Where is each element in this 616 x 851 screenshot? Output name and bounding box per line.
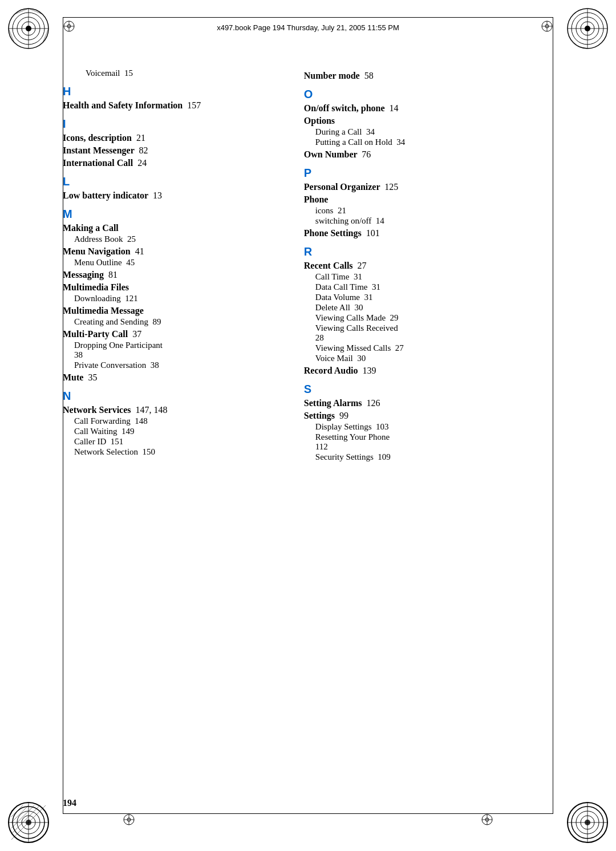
entry-health: Health and Safety Information 157: [63, 100, 287, 111]
entry-phone: Phone: [304, 194, 553, 205]
page-number: 194: [63, 798, 76, 808]
entry-instant-messenger: Instant Messenger 82: [63, 145, 287, 156]
index-column-left: Voicemail 15 H Health and Safety Informa…: [63, 68, 298, 783]
entry-switching-onoff: switching on/off 14: [315, 216, 553, 226]
entry-network-services: Network Services 147, 148: [63, 405, 287, 415]
entry-menu-nav: Menu Navigation 41: [63, 246, 287, 257]
header-bar: x497.book Page 194 Thursday, July 21, 20…: [63, 17, 553, 35]
entry-viewing-missed-calls: Viewing Missed Calls 27: [315, 343, 553, 353]
entry-creating-sending: Creating and Sending 89: [74, 317, 287, 327]
section-letter-p: P: [304, 167, 553, 180]
entry-health-page: 157: [187, 100, 201, 110]
entry-address-book: Address Book 25: [74, 234, 287, 244]
corner-decoration-bl: [6, 800, 51, 845]
entry-own-number: Own Number 76: [304, 149, 553, 160]
main-content: Voicemail 15 H Health and Safety Informa…: [63, 68, 553, 783]
entry-number-mode: Number mode 58: [304, 71, 553, 81]
entry-onoff-switch: On/off switch, phone 14: [304, 103, 553, 114]
entry-mute: Mute 35: [63, 372, 287, 383]
svg-line-10: [9, 29, 14, 43]
svg-line-29: [11, 805, 40, 834]
corner-decoration-tr: [565, 6, 610, 51]
header-text: x497.book Page 194 Thursday, July 21, 20…: [84, 23, 532, 32]
entry-viewing-calls-received: Viewing Calls Received28: [315, 323, 553, 343]
entry-private-conversation: Private Conversation 38: [74, 360, 287, 370]
corner-decoration-tl: [6, 6, 51, 51]
entry-data-volume: Data Volume 31: [315, 293, 553, 302]
entry-voice-mail: Voice Mail 30: [315, 354, 553, 363]
crosshair-right: [541, 20, 553, 35]
svg-line-27: [11, 805, 29, 822]
section-letter-o: O: [304, 88, 553, 101]
entry-setting-alarms: Setting Alarms 126: [304, 398, 553, 408]
section-letter-m: M: [63, 208, 287, 221]
entry-voicemail-text: Voicemail 15: [86, 68, 133, 78]
crosshair-bottom-left: [123, 813, 135, 828]
svg-line-25: [11, 805, 17, 811]
entry-putting-hold: Putting a Call on Hold 34: [315, 137, 553, 147]
entry-call-forwarding: Call Forwarding 148: [74, 416, 287, 426]
crosshair-left: [63, 20, 75, 35]
entry-security-settings: Security Settings 109: [315, 452, 553, 462]
entry-call-time: Call Time 31: [315, 272, 553, 282]
index-column-right: Number mode 58 O On/off switch, phone 14…: [298, 68, 553, 783]
entry-caller-id: Caller ID 151: [74, 437, 287, 447]
entry-menu-outline: Menu Outline 45: [74, 258, 287, 268]
svg-line-8: [29, 9, 43, 14]
svg-line-9: [43, 29, 48, 43]
svg-line-7: [14, 9, 29, 14]
crosshair-bottom-right: [481, 813, 493, 828]
section-letter-i: I: [63, 117, 287, 131]
entry-call-waiting: Call Waiting 149: [74, 427, 287, 436]
entry-during-call: During a Call 34: [315, 127, 553, 137]
entry-network-selection: Network Selection 150: [74, 447, 287, 457]
entry-downloading: Downloading 121: [74, 294, 287, 303]
entry-record-audio: Record Audio 139: [304, 366, 553, 376]
entry-international-call: International Call 24: [63, 158, 287, 168]
section-letter-s: S: [304, 383, 553, 396]
entry-personal-organizer: Personal Organizer 125: [304, 182, 553, 192]
corner-decoration-br: [565, 800, 610, 845]
entry-display-settings: Display Settings 103: [315, 422, 553, 432]
entry-viewing-calls-made: Viewing Calls Made 29: [315, 313, 553, 323]
entry-phone-icons: icons 21: [315, 206, 553, 216]
entry-phone-settings: Phone Settings 101: [304, 228, 553, 238]
svg-line-26: [11, 805, 23, 817]
entry-icons: Icons, description 21: [63, 133, 287, 143]
entry-multimedia-message: Multimedia Message: [63, 306, 287, 316]
entry-settings: Settings 99: [304, 411, 553, 421]
section-letter-r: R: [304, 245, 553, 258]
svg-line-28: [11, 805, 34, 828]
border-bottom: [63, 813, 553, 814]
entry-multiparty-call: Multi-Party Call 37: [63, 329, 287, 339]
entry-voicemail: Voicemail 15: [63, 68, 287, 78]
entry-options: Options: [304, 116, 553, 126]
section-letter-l: L: [63, 175, 287, 188]
entry-recent-calls: Recent Calls 27: [304, 261, 553, 271]
entry-low-battery: Low battery indicator 13: [63, 191, 287, 201]
entry-delete-all: Delete All 30: [315, 303, 553, 313]
entry-making-call: Making a Call: [63, 223, 287, 233]
entry-multimedia-files: Multimedia Files: [63, 282, 287, 293]
section-letter-n: N: [63, 390, 287, 403]
section-letter-h: H: [63, 85, 287, 98]
entry-resetting-phone: Resetting Your Phone112: [315, 432, 553, 452]
entry-dropping-participant: Dropping One Participant38: [74, 341, 287, 360]
entry-data-call-time: Data Call Time 31: [315, 282, 553, 292]
entry-messaging: Messaging 81: [63, 270, 287, 280]
